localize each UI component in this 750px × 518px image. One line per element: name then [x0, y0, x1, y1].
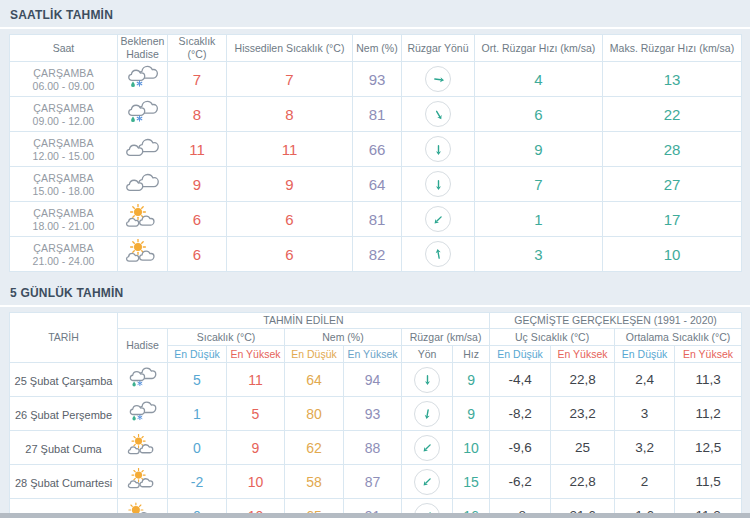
subheader-temp-low: En Düşük: [168, 346, 227, 363]
extreme-low-value: -9,6: [490, 431, 551, 465]
wind-direction-cell: [402, 363, 453, 397]
table-row: ÇARŞAMBA 06.00 - 09.00 7 7 93: [10, 62, 742, 97]
humidity-low-value: 62: [285, 431, 344, 465]
sun-clouds-icon: [125, 434, 161, 458]
col-header-date: TARİH: [10, 313, 118, 363]
rain-snow-icon: [125, 366, 161, 390]
rain-snow-icon: [125, 400, 161, 424]
subheader-extreme-high: En Yüksek: [551, 346, 615, 363]
extreme-high-value: 22,8: [551, 465, 615, 499]
wind-direction-cell: [402, 431, 453, 465]
time-range-label: 21.00 - 24.00: [10, 255, 117, 267]
time-range-label: 06.00 - 09.00: [10, 80, 117, 92]
humidity-value: 81: [353, 202, 402, 237]
temp-high-value: 5: [227, 397, 285, 431]
time-range-label: 12.00 - 15.00: [10, 150, 117, 162]
temperature-value: 11: [168, 132, 227, 167]
temp-low-value: 0: [168, 431, 227, 465]
day-label: ÇARŞAMBA: [10, 67, 117, 79]
temperature-value: 8: [168, 97, 227, 132]
wind-direction-icon: [425, 66, 451, 92]
humidity-low-value: 58: [285, 465, 344, 499]
average-high-value: 11,3: [675, 363, 742, 397]
average-low-value: 2: [615, 465, 675, 499]
cloudy-icon: [123, 134, 163, 161]
day-label: ÇARŞAMBA: [10, 207, 117, 219]
col-header-wind-direction: Rüzgar Yönü: [402, 35, 475, 62]
hourly-table-body: ÇARŞAMBA 06.00 - 09.00 7 7 93: [10, 62, 742, 272]
temp-low-value: -2: [168, 465, 227, 499]
wind-direction-icon: [414, 401, 440, 427]
weather-event-cell: [118, 97, 168, 132]
daily-section-header: 5 GÜNLÜK TAHMİN: [0, 278, 750, 307]
hourly-section-header: SAATLİK TAHMİN: [0, 0, 750, 29]
col-header-event: Beklenen Hadise: [118, 35, 168, 62]
date-label: 26 Şubat Perşembe: [15, 409, 112, 421]
humidity-high-value: 93: [344, 397, 402, 431]
table-row: ÇARŞAMBA 18.00 - 21.00 6 6 81: [10, 202, 742, 237]
humidity-low-value: 80: [285, 397, 344, 431]
wind-direction-icon: [414, 435, 440, 461]
time-slot-cell: ÇARŞAMBA 12.00 - 15.00: [10, 132, 118, 167]
feels-like-value: 7: [227, 62, 353, 97]
extreme-high-value: 23,2: [551, 397, 615, 431]
max-wind-speed-value: 28: [603, 132, 742, 167]
subheader-average-high: En Yüksek: [675, 346, 742, 363]
group-header-past: GEÇMİŞTE GERÇEKLEŞEN (1991 - 2020): [490, 313, 742, 329]
max-wind-speed-value: 13: [603, 62, 742, 97]
table-row: ÇARŞAMBA 09.00 - 12.00 8 8 81: [10, 97, 742, 132]
time-slot-cell: ÇARŞAMBA 18.00 - 21.00: [10, 202, 118, 237]
wind-direction-cell: [402, 167, 475, 202]
daily-table-header: TARİH TAHMİN EDİLEN GEÇMİŞTE GERÇEKLEŞEN…: [10, 313, 742, 363]
cloudy-icon: [123, 169, 163, 196]
col-header-avg-wind: Ort. Rüzgar Hızı (km/sa): [475, 35, 603, 62]
col-header-extreme-temp: Uç Sıcaklık (°C): [490, 329, 615, 346]
group-header-predicted: TAHMİN EDİLEN: [118, 313, 490, 329]
average-high-value: 11,5: [675, 465, 742, 499]
subheader-humidity-high: En Yüksek: [344, 346, 402, 363]
table-row: ÇARŞAMBA 12.00 - 15.00 11 11 66: [10, 132, 742, 167]
average-high-value: 12,5: [675, 431, 742, 465]
humidity-value: 66: [353, 132, 402, 167]
date-cell: 25 Şubat Çarşamba: [10, 363, 118, 397]
table-row: 28 Şubat Cumartesi -2 10 58 87: [10, 465, 742, 499]
col-header-humidity: Nem (%): [353, 35, 402, 62]
weather-event-cell: [118, 397, 168, 431]
hourly-table-header: Saat Beklenen Hadise Sıcaklık (°C) Hisse…: [10, 35, 742, 62]
extreme-high-value: 22,8: [551, 363, 615, 397]
wind-direction-cell: [402, 237, 475, 272]
rain-snow-icon: [123, 64, 163, 91]
table-row: ÇARŞAMBA 21.00 - 24.00 6 6 82: [10, 237, 742, 272]
average-high-value: 11,2: [675, 397, 742, 431]
wind-direction-cell: [402, 62, 475, 97]
subheader-humidity-low: En Düşük: [285, 346, 344, 363]
wind-direction-cell: [402, 202, 475, 237]
table-row: 27 Şubat Cuma 0 9 62 88 10: [10, 431, 742, 465]
date-cell: 28 Şubat Cumartesi: [10, 465, 118, 499]
hourly-forecast-table: Saat Beklenen Hadise Sıcaklık (°C) Hisse…: [9, 34, 742, 272]
time-range-label: 09.00 - 12.00: [10, 115, 117, 127]
col-header-average-temp: Ortalama Sıcaklık (°C): [615, 329, 742, 346]
sun-clouds-icon: [123, 239, 163, 266]
avg-wind-speed-value: 1: [475, 202, 603, 237]
sun-clouds-icon: [123, 204, 163, 231]
humidity-high-value: 94: [344, 363, 402, 397]
weather-event-cell: [118, 62, 168, 97]
hourly-section-title: SAATLİK TAHMİN: [10, 8, 113, 22]
wind-direction-cell: [402, 97, 475, 132]
weather-event-cell: [118, 431, 168, 465]
feels-like-value: 8: [227, 97, 353, 132]
average-low-value: 3: [615, 397, 675, 431]
feels-like-value: 6: [227, 237, 353, 272]
wind-direction-icon: [425, 136, 451, 162]
average-low-value: 3,2: [615, 431, 675, 465]
max-wind-speed-value: 17: [603, 202, 742, 237]
date-cell: 26 Şubat Perşembe: [10, 397, 118, 431]
humidity-high-value: 88: [344, 431, 402, 465]
temperature-value: 6: [168, 202, 227, 237]
temperature-value: 7: [168, 62, 227, 97]
daily-table-body: 25 Şubat Çarşamba 5 11 64 94: [10, 363, 742, 518]
wind-direction-cell: [402, 132, 475, 167]
day-label: ÇARŞAMBA: [10, 102, 117, 114]
col-header-temperature: Sıcaklık (°C): [168, 35, 227, 62]
